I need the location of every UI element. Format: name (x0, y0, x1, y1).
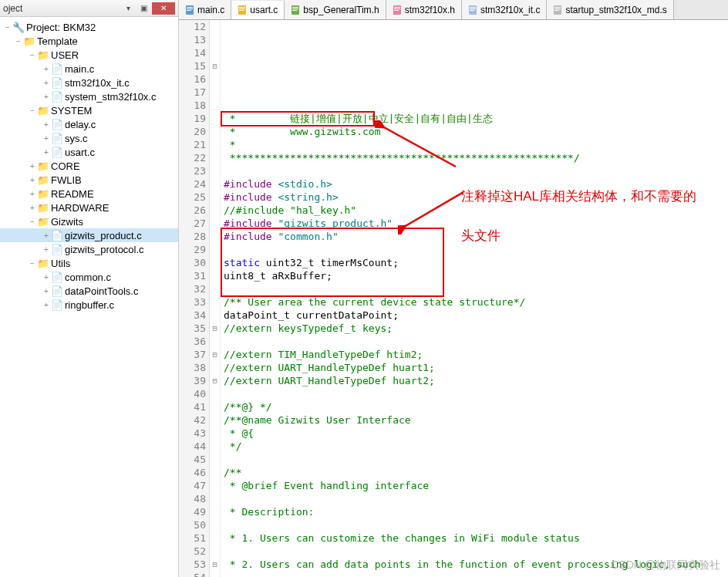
code-editor[interactable]: 1213141516171819202122232425262728293031… (179, 20, 728, 577)
fold-icon[interactable] (210, 33, 220, 46)
fold-icon[interactable] (210, 413, 220, 427)
tree-item[interactable]: +📄common.c (0, 270, 178, 284)
fold-icon[interactable] (210, 20, 220, 33)
tree-item[interactable]: +📄delay.c (0, 117, 178, 131)
fold-icon[interactable] (210, 256, 220, 269)
fold-icon[interactable] (210, 86, 220, 99)
code-line[interactable] (224, 387, 728, 400)
tree-item[interactable]: +📄gizwits_protocol.c (0, 242, 178, 256)
fold-icon[interactable] (210, 164, 220, 177)
fold-icon[interactable] (210, 387, 220, 400)
code-content[interactable]: 注释掉这HAL库相关结构体，和不需要的 头文件 * 链接|增值|开放|中立|安全… (221, 20, 728, 577)
close-icon[interactable]: ✕ (152, 2, 175, 15)
tab[interactable]: bsp_GeneralTim.h (285, 0, 386, 19)
tree-item[interactable]: −📁Template (0, 34, 178, 48)
fold-icon[interactable] (210, 440, 220, 453)
code-line[interactable]: #include <stdio.h> (224, 177, 728, 191)
fold-icon[interactable]: ⊟ (210, 322, 220, 335)
fold-icon[interactable] (210, 427, 220, 440)
tree-item[interactable]: −📁SYSTEM (0, 103, 178, 117)
code-line[interactable]: * 1. Users can customize the changes in … (224, 531, 728, 545)
fold-icon[interactable] (210, 518, 220, 531)
code-line[interactable]: //extern UART_HandleTypeDef huart1; (224, 361, 728, 374)
tab[interactable]: usart.c (231, 1, 285, 20)
fold-icon[interactable] (210, 138, 220, 151)
fold-icon[interactable] (210, 269, 220, 282)
tree-item[interactable]: +📄system_stm32f10x.c (0, 89, 178, 103)
tree-item[interactable]: +📁README (0, 187, 178, 201)
code-line[interactable] (224, 518, 728, 531)
tree-item[interactable]: +📄ringbuffer.c (0, 298, 178, 312)
fold-icon[interactable] (210, 151, 220, 164)
fold-icon[interactable]: ⊟ (210, 59, 220, 73)
fold-icon[interactable] (210, 191, 220, 204)
tab[interactable]: startup_stm32f10x_md.s (547, 0, 673, 19)
fold-icon[interactable] (210, 400, 220, 413)
fold-icon[interactable] (210, 230, 220, 243)
tree-item[interactable]: −📁Utils (0, 256, 178, 270)
fold-icon[interactable]: ⊟ (210, 348, 220, 361)
tab[interactable]: main.c (179, 0, 231, 19)
tree-item[interactable]: +📄stm32f10x_it.c (0, 76, 178, 89)
code-line[interactable]: /** (224, 466, 728, 479)
code-line[interactable]: /**@} */ (224, 400, 728, 413)
fold-icon[interactable] (210, 282, 220, 295)
code-line[interactable] (224, 453, 728, 466)
fold-icon[interactable] (210, 505, 220, 518)
fold-icon[interactable] (210, 361, 220, 374)
tree-item[interactable]: +📄main.c (0, 62, 178, 76)
code-line[interactable]: * www.gizwits.com (224, 125, 728, 138)
code-line[interactable]: * Description: (224, 505, 728, 518)
code-line[interactable] (224, 164, 728, 177)
tree-item[interactable]: +📁FWLIB (0, 173, 178, 187)
code-line[interactable]: /**@name Gizwits User Interface (224, 413, 728, 427)
fold-icon[interactable] (210, 335, 220, 348)
tree-item[interactable]: +📄gizwits_product.c (0, 228, 178, 242)
fold-icon[interactable]: ⊟ (210, 558, 220, 571)
fold-icon[interactable] (210, 243, 220, 256)
fold-icon[interactable] (210, 453, 220, 466)
project-tree[interactable]: − 🔧 Project: BKM32 −📁Template−📁USER+📄mai… (0, 17, 178, 577)
dropdown-icon[interactable]: ▾ (121, 2, 135, 15)
tab[interactable]: stm32f10x_it.c (462, 0, 547, 19)
fold-icon[interactable] (210, 309, 220, 322)
code-line[interactable]: * @brief Event handling interface (224, 479, 728, 492)
fold-icon[interactable] (210, 571, 220, 577)
code-line[interactable]: //extern keysTypedef_t keys; (224, 322, 728, 335)
code-line[interactable] (224, 545, 728, 558)
tree-item[interactable]: −📁USER (0, 48, 178, 62)
fold-icon[interactable] (210, 73, 220, 86)
fold-icon[interactable] (210, 479, 220, 492)
project-root[interactable]: − 🔧 Project: BKM32 (0, 20, 178, 34)
fold-icon[interactable] (210, 204, 220, 217)
tree-item[interactable]: −📁Gizwits (0, 214, 178, 228)
fold-icon[interactable] (210, 492, 220, 505)
code-line[interactable]: //extern UART_HandleTypeDef huart2; (224, 374, 728, 387)
code-line[interactable]: /** User area the current device state s… (224, 295, 728, 309)
fold-icon[interactable] (210, 125, 220, 138)
fold-icon[interactable] (210, 177, 220, 191)
fold-icon[interactable]: ⊟ (210, 374, 220, 387)
code-line[interactable] (224, 335, 728, 348)
tree-item[interactable]: +📁HARDWARE (0, 201, 178, 214)
fold-icon[interactable] (210, 99, 220, 112)
code-line[interactable]: */ (224, 440, 728, 453)
code-line[interactable]: ****************************************… (224, 151, 728, 164)
tree-item[interactable]: +📄dataPointTools.c (0, 284, 178, 298)
tree-item[interactable]: +📄sys.c (0, 131, 178, 145)
fold-column[interactable]: ⊟⊟⊟⊟⊟⊟ (210, 20, 221, 577)
code-line[interactable] (224, 492, 728, 505)
fold-icon[interactable] (210, 217, 220, 230)
pin-icon[interactable]: ▣ (136, 2, 150, 15)
tree-item[interactable]: +📁CORE (0, 159, 178, 173)
code-line[interactable]: //#include "hal_key.h" (224, 204, 728, 217)
code-line[interactable]: * @{ (224, 427, 728, 440)
fold-icon[interactable] (210, 295, 220, 309)
code-line[interactable]: //extern TIM_HandleTypeDef htim2; (224, 348, 728, 361)
tab[interactable]: stm32f10x.h (386, 0, 462, 19)
fold-icon[interactable] (210, 46, 220, 59)
fold-icon[interactable] (210, 112, 220, 125)
fold-icon[interactable] (210, 466, 220, 479)
fold-icon[interactable] (210, 531, 220, 545)
code-line[interactable]: * (224, 138, 728, 151)
